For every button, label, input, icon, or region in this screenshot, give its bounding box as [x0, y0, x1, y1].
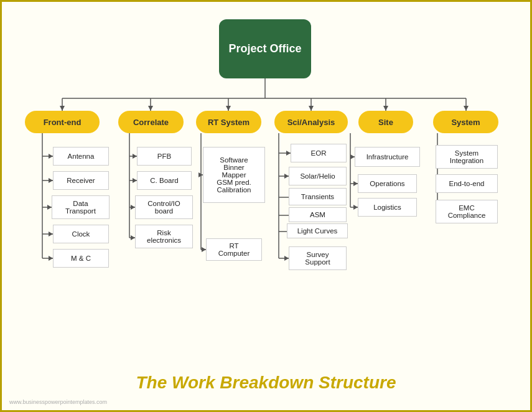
l2-system-integration: System Integration — [436, 145, 498, 169]
svg-marker-41 — [286, 151, 291, 156]
l2-transients: Transients — [289, 188, 347, 205]
l2-data-transport: Data Transport — [52, 195, 110, 219]
l2-operations: Operations — [358, 174, 417, 193]
l2-survey-support: Survey Support — [289, 246, 347, 270]
l2-asm: ASM — [289, 207, 347, 222]
svg-marker-53 — [353, 181, 358, 186]
svg-marker-31 — [131, 205, 135, 210]
l2-software-label: Software Binner Mapper GSM pred. Calibra… — [217, 156, 251, 194]
l1-rtsystem: RT System — [196, 111, 261, 133]
svg-marker-12 — [383, 106, 388, 111]
l2-eor: EOR — [291, 144, 347, 162]
svg-marker-51 — [350, 154, 355, 159]
l2-risk-label: Risk electronics — [147, 229, 181, 244]
l2-cboard: C. Board — [137, 171, 192, 190]
footer-title: The Work Breakdown Structure — [2, 373, 530, 393]
l2-data-transport-label: Data Transport — [65, 200, 96, 215]
l1-frontend: Front-end — [25, 111, 100, 133]
l2-rt-label: RT Computer — [218, 242, 250, 257]
l2-sysint-label: System Integration — [450, 149, 483, 164]
l2-controlio: Control/IO board — [135, 195, 193, 219]
l2-software: Software Binner Mapper GSM pred. Calibra… — [203, 147, 265, 203]
l1-site: Site — [358, 111, 413, 133]
root-node: Project Office — [219, 19, 311, 78]
svg-marker-38 — [202, 247, 206, 252]
l2-rt-computer: RT Computer — [206, 238, 262, 261]
l2-clock: Clock — [53, 225, 109, 243]
svg-marker-33 — [131, 235, 135, 240]
svg-marker-9 — [148, 106, 153, 111]
l2-pfb: PFB — [137, 147, 192, 166]
l2-logistics: Logistics — [358, 198, 417, 217]
svg-marker-43 — [284, 174, 289, 179]
svg-marker-10 — [226, 106, 231, 111]
l2-light-curves: Light Curves — [287, 223, 348, 238]
l2-infrastructure: Infrastructure — [355, 147, 420, 167]
svg-marker-48 — [284, 256, 289, 261]
root-label: Project Office — [228, 42, 301, 55]
svg-marker-29 — [133, 178, 137, 183]
l2-emc-compliance: EMC Compliance — [436, 200, 498, 223]
l2-solarhelio: Solar/Helio — [289, 167, 347, 185]
l2-emc-label: EMC Compliance — [448, 204, 486, 219]
svg-marker-8 — [60, 106, 65, 111]
l1-site-label: Site — [378, 118, 393, 127]
svg-marker-18 — [49, 178, 53, 183]
svg-marker-27 — [133, 154, 137, 159]
l1-system: System — [433, 111, 498, 133]
l1-scianalysis: Sci/Analysis — [274, 111, 348, 133]
diagram-area: Project Office Front-end Correlate RT Sy… — [2, 2, 532, 363]
l2-antenna: Antenna — [53, 147, 109, 166]
svg-marker-24 — [49, 256, 53, 261]
l1-correlate: Correlate — [118, 111, 184, 133]
l2-mc: M & C — [53, 249, 109, 268]
svg-marker-16 — [49, 154, 53, 159]
l1-frontend-label: Front-end — [44, 118, 82, 127]
l2-end-to-end: End-to-end — [436, 174, 498, 193]
l1-system-label: System — [451, 118, 480, 127]
l2-receiver: Receiver — [53, 171, 109, 190]
l2-risk-electronics: Risk electronics — [135, 225, 193, 248]
svg-marker-20 — [47, 205, 52, 210]
svg-marker-13 — [464, 106, 469, 111]
svg-marker-11 — [309, 106, 314, 111]
svg-marker-55 — [353, 205, 358, 210]
watermark: www.businesspowerpointemplates.com — [9, 399, 107, 405]
l1-correlate-label: Correlate — [133, 118, 169, 127]
l1-scianalysis-label: Sci/Analysis — [287, 118, 335, 127]
l2-survey-label: Survey Support — [305, 251, 330, 266]
l1-rtsystem-label: RT System — [208, 118, 250, 127]
l2-controlio-label: Control/IO board — [147, 200, 180, 215]
svg-marker-22 — [49, 232, 53, 236]
